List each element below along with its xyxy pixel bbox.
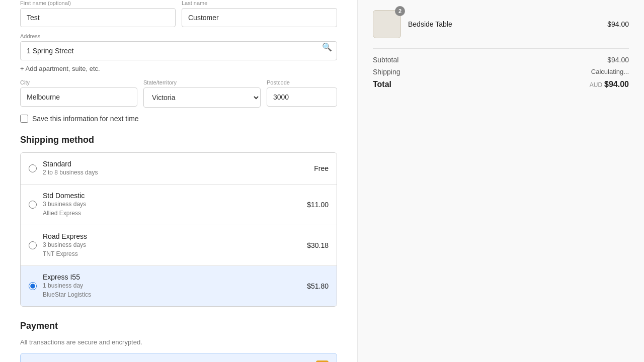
first-name-label: First name (optional) [20,0,176,6]
shipping-name-express-i55: Express I55 [43,273,307,281]
shipping-row: Shipping Calculating... [373,68,629,76]
grand-total-row: Total AUD$94.00 [373,80,629,89]
last-name-label: Last name [182,0,337,6]
last-name-input[interactable] [182,8,337,27]
shipping-detail-express-i55: 1 business dayBlueStar Logistics [43,281,307,299]
shipping-price-express-i55: $51.80 [307,282,329,290]
shipping-value: Calculating... [591,68,629,76]
shipping-price-std-domestic: $11.00 [307,201,329,209]
save-info-label[interactable]: Save this information for next time [32,115,139,123]
shipping-detail-standard: 2 to 8 business days [43,168,314,177]
total-label: Total [373,80,391,89]
city-input[interactable] [20,87,137,107]
shipping-section-title: Shipping method [20,135,337,145]
shipping-option-standard[interactable]: Standard 2 to 8 business days Free [21,153,337,185]
save-info-row: Save this information for next time [20,115,337,123]
subtotal-value: $94.00 [607,56,629,64]
city-field: City [20,79,137,108]
shipping-name-road-express: Road Express [43,232,307,240]
total-currency: AUD [590,81,602,88]
order-item: 2 Bedside Table $94.00 [373,10,629,38]
item-quantity-badge: 2 [395,6,405,16]
subtotal-row: Subtotal $94.00 [373,56,629,64]
shipping-label: Shipping [373,68,400,76]
address-input[interactable] [20,41,337,60]
item-info: Bedside Table [408,20,600,28]
postcode-field: Postcode [267,79,337,108]
state-label: State/territory [143,79,261,85]
postcode-input[interactable] [267,87,337,107]
address-search-button[interactable]: 🔍 [322,42,332,52]
payment-subtitle: All transactions are secure and encrypte… [20,338,337,346]
search-icon: 🔍 [322,43,332,51]
credit-card-header[interactable]: Credit card B [20,353,337,362]
shipping-detail-std-domestic: 3 business daysAllied Express [43,200,307,218]
order-totals: Subtotal $94.00 Shipping Calculating... … [373,48,629,89]
add-apartment-link[interactable]: + Add apartment, suite, etc. [20,65,100,72]
save-info-checkbox[interactable] [20,115,28,123]
shipping-option-std-domestic[interactable]: Std Domestic 3 business daysAllied Expre… [21,185,337,225]
shipping-radio-express-i55[interactable] [29,282,37,290]
last-name-field: Last name [182,0,337,27]
first-name-input[interactable] [20,8,176,27]
item-price: $94.00 [607,20,629,28]
city-label: City [20,79,137,85]
postcode-label: Postcode [267,79,337,85]
shipping-option-express-i55[interactable]: Express I55 1 business dayBlueStar Logis… [21,266,337,306]
first-name-field: First name (optional) [20,0,176,27]
shipping-option-road-express[interactable]: Road Express 3 business daysTNT Express … [21,225,337,266]
shipping-price-standard: Free [314,164,329,172]
item-image-wrapper: 2 [373,10,401,38]
shipping-detail-road-express: 3 business daysTNT Express [43,240,307,258]
subtotal-label: Subtotal [373,56,398,64]
state-field: State/territory Victoria New South Wales… [143,79,261,108]
total-value: AUD$94.00 [590,80,629,89]
state-select[interactable]: Victoria New South Wales Queensland West… [143,87,261,108]
shipping-radio-standard[interactable] [29,164,37,172]
item-name: Bedside Table [408,20,600,28]
shipping-radio-std-domestic[interactable] [29,201,37,209]
credit-card-section: Credit card B Card number 🔒 [20,353,337,362]
payment-section-title: Payment [20,321,337,331]
shipping-price-road-express: $30.18 [307,241,329,249]
city-state-row: City State/territory Victoria New South … [20,79,337,108]
address-field-wrapper: Address 🔍 [20,33,337,60]
shipping-radio-road-express[interactable] [29,241,37,249]
shipping-name-std-domestic: Std Domestic [43,192,307,200]
shipping-options-list: Standard 2 to 8 business days Free Std D… [20,152,337,307]
shipping-name-standard: Standard [43,160,314,168]
order-summary-panel: 2 Bedside Table $94.00 Subtotal $94.00 S… [357,0,644,362]
address-label: Address [20,33,337,39]
